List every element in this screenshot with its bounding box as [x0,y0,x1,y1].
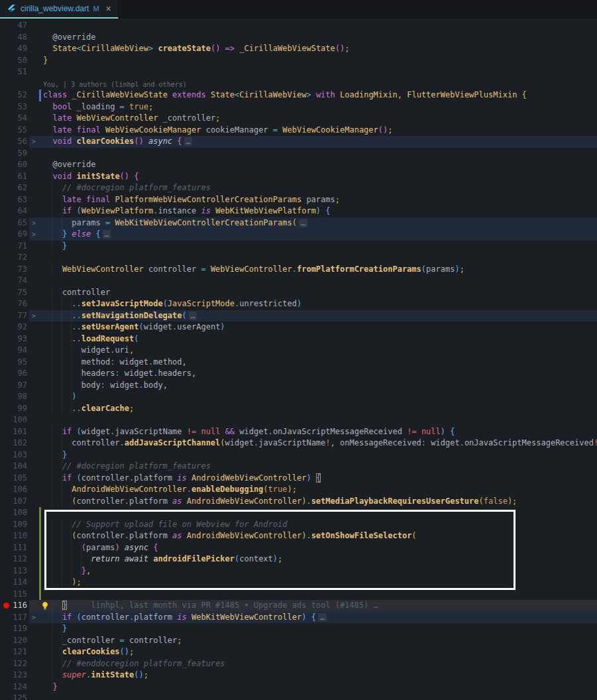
code-line[interactable]: 104// #docregion platform_features [0,461,597,473]
breakpoint-gutter[interactable] [0,426,12,438]
line-number[interactable]: 55 [12,125,29,137]
breakpoint-gutter[interactable] [0,182,12,194]
code-line[interactable]: 92..setUserAgent(widget.userAgent) [0,321,597,333]
code-line[interactable]: 105if (controller.platform is AndroidWeb… [0,473,597,485]
code-line[interactable]: 75controller [0,287,597,299]
breakpoint-gutter[interactable] [0,217,12,229]
code-line[interactable]: 94widget.uri, [0,345,597,357]
line-number[interactable]: 109 [12,519,29,531]
line-number[interactable]: 96 [12,368,29,380]
editor[interactable]: 4748@override49State<CirillaWebView> cre… [0,19,597,700]
line-number[interactable]: 106 [12,484,29,496]
code-line[interactable]: 56>void clearCookies() async {… [0,136,597,148]
code-line[interactable]: 95method: widget.method, [0,357,597,369]
code-line[interactable]: 121clearCookies(); [0,646,597,658]
breakpoint-gutter[interactable] [0,205,12,217]
breakpoint-gutter[interactable] [0,554,12,565]
line-number[interactable]: 113 [12,565,29,577]
breakpoint-gutter[interactable] [0,368,12,380]
breakpoint-gutter[interactable] [0,89,12,101]
line-number[interactable]: 76 [12,298,29,310]
code-line[interactable]: 122// #enddocregion platform_features [0,658,597,670]
code-line[interactable]: 111(params) async { [0,542,597,554]
breakpoint-gutter[interactable] [0,310,12,322]
code-line[interactable]: 73WebViewController controller = WebView… [0,264,597,276]
code-line[interactable]: 123super.initState(); [0,670,597,681]
breakpoint-gutter[interactable] [0,321,12,333]
line-number[interactable]: 104 [12,461,29,473]
breakpoint-icon[interactable] [0,600,12,612]
fold-chevron-icon[interactable]: > [29,612,38,624]
line-number[interactable]: 114 [12,577,29,589]
line-number[interactable]: 64 [12,205,29,217]
breakpoint-gutter[interactable] [0,136,12,148]
code-line[interactable]: 99..clearCache; [0,403,597,415]
breakpoint-gutter[interactable] [0,101,12,113]
line-number[interactable]: 112 [12,554,29,565]
code-line[interactable]: 96headers: widget.headers, [0,368,597,380]
line-number[interactable]: 51 [12,66,29,78]
line-number[interactable]: 71 [12,241,29,253]
line-number[interactable]: 115 [12,589,29,601]
breakpoint-gutter[interactable] [0,287,12,299]
breakpoint-gutter[interactable] [0,264,12,276]
code-line[interactable]: 61void initState() { [0,171,597,183]
breakpoint-gutter[interactable] [0,484,12,496]
code-line[interactable]: 101if (widget.javaScriptName != null && … [0,426,597,438]
line-number[interactable]: 124 [12,681,29,693]
line-number[interactable]: 122 [12,658,29,670]
line-number[interactable]: 125 [12,693,29,700]
line-number[interactable]: 95 [12,357,29,369]
breakpoint-gutter[interactable] [0,461,12,473]
code-line[interactable]: 100 [0,414,597,426]
breakpoint-gutter[interactable] [0,241,12,253]
code-line[interactable]: 74 [0,275,597,287]
breakpoint-gutter[interactable] [0,473,12,485]
breakpoint-gutter[interactable] [0,635,12,647]
line-number[interactable]: 117 [12,612,29,624]
code-line[interactable]: 49State<CirillaWebView> createState() =>… [0,43,597,55]
code-line[interactable]: 93..loadRequest( [0,333,597,345]
code-line[interactable]: 115 [0,589,597,601]
code-line[interactable]: 60@override [0,159,597,171]
breakpoint-gutter[interactable] [0,670,12,681]
breakpoint-gutter[interactable] [0,125,12,137]
code-line[interactable]: 54late WebViewController _controller; [0,113,597,125]
fold-chevron-icon[interactable]: > [29,136,38,148]
code-line[interactable]: 109// Support upload file on Webview for… [0,519,597,531]
code-line[interactable]: 55late final WebViewCookieManager cookie… [0,125,597,137]
code-line[interactable]: 106AndroidWebViewController.enableDebugg… [0,484,597,496]
line-number[interactable]: 59 [12,148,29,160]
line-number[interactable]: 69 [12,229,29,241]
line-number[interactable]: 120 [12,635,29,647]
breakpoint-gutter[interactable] [0,345,12,357]
line-number[interactable]: 60 [12,159,29,171]
breakpoint-gutter[interactable] [0,229,12,241]
fold-chevron-icon[interactable]: > [29,217,38,229]
breakpoint-gutter[interactable] [0,414,12,426]
breakpoint-gutter[interactable] [0,275,12,287]
line-number[interactable]: 119 [12,623,29,635]
breakpoint-gutter[interactable] [0,194,12,206]
breakpoint-gutter[interactable] [0,357,12,369]
breakpoint-gutter[interactable] [0,333,12,345]
code-line[interactable]: 69>} else {… [0,229,597,241]
breakpoint-gutter[interactable] [0,449,12,461]
line-number[interactable]: 49 [12,43,29,55]
breakpoint-gutter[interactable] [0,113,12,125]
line-number[interactable]: 73 [12,264,29,276]
code-line[interactable]: 120_controller = controller; [0,635,597,647]
breakpoint-gutter[interactable] [0,612,12,624]
code-line[interactable]: 125 [0,693,597,700]
line-number[interactable]: 62 [12,182,29,194]
line-number[interactable]: 47 [12,20,29,32]
close-icon[interactable]: × [106,4,111,13]
breakpoint-gutter[interactable] [0,507,12,519]
breakpoint-gutter[interactable] [0,298,12,310]
breakpoint-gutter[interactable] [0,542,12,554]
line-number[interactable]: 98 [12,391,29,403]
fold-chevron-icon[interactable]: > [29,229,38,241]
line-number[interactable]: 65 [12,217,29,229]
code-line[interactable]: 50} [0,55,597,67]
code-line[interactable]: 52class _CirillaWebViewState extends Sta… [0,89,597,101]
